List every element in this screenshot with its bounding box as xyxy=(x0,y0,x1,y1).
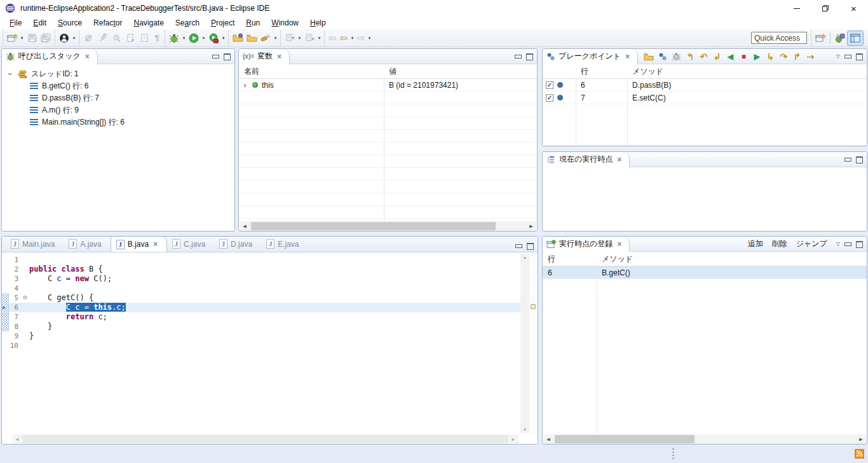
code-line[interactable]: 7 return c; xyxy=(2,312,520,322)
column-method[interactable]: メソッド xyxy=(627,66,867,77)
fold-collapse-icon[interactable]: ⊖ xyxy=(21,293,29,303)
variable-row[interactable]: › this B (id = 2101973421) xyxy=(239,79,537,92)
breakpoints-tab[interactable]: ブレークポイント × xyxy=(543,49,638,64)
code-line[interactable]: 2public class B { xyxy=(2,265,520,274)
scroll-left-icon[interactable]: ◀ xyxy=(12,437,22,442)
step-into-icon[interactable]: ↳ xyxy=(764,50,777,63)
registry-hscrollbar[interactable]: ◀ ▶ xyxy=(543,434,866,444)
menu-window[interactable]: Window xyxy=(266,17,304,29)
debug-trace-button[interactable] xyxy=(670,50,684,64)
editor-tab[interactable]: J Main.java × xyxy=(6,236,64,252)
column-name[interactable]: 名前 xyxy=(239,66,384,77)
menu-edit[interactable]: Edit xyxy=(27,17,52,29)
code-line[interactable]: 9} xyxy=(2,331,520,341)
delete-button[interactable]: 削除 xyxy=(768,238,792,249)
step-return-icon[interactable]: ↱ xyxy=(790,50,804,63)
close-tab-icon[interactable]: × xyxy=(625,52,630,61)
maximize-button[interactable] xyxy=(856,240,863,247)
maximize-button[interactable] xyxy=(856,53,863,60)
close-tab-icon[interactable]: × xyxy=(277,52,281,61)
editor-tab[interactable]: J A.java × xyxy=(64,236,110,252)
scroll-right-icon[interactable]: ▶ xyxy=(526,224,536,229)
column-value[interactable]: 値 xyxy=(384,66,537,77)
last-edit-location-button[interactable]: ⇦ xyxy=(327,31,338,45)
thread-row[interactable]: › スレッドID: 1 xyxy=(2,68,234,80)
line-number[interactable]: 3 xyxy=(9,274,21,284)
previous-annotation-button[interactable] xyxy=(302,31,316,45)
registry-tab[interactable]: 実行時点の登録 × xyxy=(543,237,630,252)
maximize-button[interactable] xyxy=(526,53,533,60)
breakpoint-checkbox[interactable]: ✓ xyxy=(546,81,553,89)
step-back-into-icon[interactable]: ↰ xyxy=(684,50,697,63)
maximize-button[interactable] xyxy=(224,53,231,60)
terminate-icon[interactable]: ■ xyxy=(737,50,750,63)
minimize-button[interactable] xyxy=(844,156,851,163)
user-account-dropdown[interactable]: ▾ xyxy=(71,36,77,41)
previous-annotation-dropdown[interactable]: ▾ xyxy=(316,36,322,41)
column-line[interactable]: 行 xyxy=(576,66,627,77)
stack-frame[interactable]: B.getC() 行: 6 xyxy=(2,80,234,92)
next-annotation-button[interactable] xyxy=(283,31,297,45)
code-line[interactable]: 5⊖ C getC() { xyxy=(2,293,520,303)
code-line[interactable]: 10 xyxy=(2,341,520,350)
show-whitespace-button[interactable]: ¶ xyxy=(151,31,163,45)
code-line[interactable]: 1 xyxy=(2,255,520,265)
back-dropdown[interactable]: ▾ xyxy=(349,36,355,41)
jump-button[interactable]: ジャンプ xyxy=(792,238,832,249)
step-over-icon[interactable]: ↷ xyxy=(777,50,790,63)
import-breakpoints-button[interactable] xyxy=(642,50,656,64)
stack-frame[interactable]: A.m() 行: 9 xyxy=(2,104,234,116)
clear-marks-button[interactable] xyxy=(95,31,109,45)
registry-row[interactable]: 6 B.getC() xyxy=(543,266,867,279)
add-button[interactable]: 追加 xyxy=(743,238,768,249)
editor-tab[interactable]: J D.java × xyxy=(214,236,261,252)
minimize-button[interactable] xyxy=(212,53,219,60)
close-tab-icon[interactable]: × xyxy=(617,155,621,164)
variables-hscrollbar[interactable]: ◀ ▶ xyxy=(240,221,536,231)
forward-button[interactable]: ⇨ xyxy=(355,31,367,45)
line-number[interactable]: 8 xyxy=(9,322,21,331)
breakpoint-checkbox[interactable]: ✓ xyxy=(546,94,553,102)
maximize-button[interactable] xyxy=(856,156,863,163)
menu-help[interactable]: Help xyxy=(304,17,332,29)
column-divider[interactable] xyxy=(597,252,597,434)
editor-tab[interactable]: J C.java × xyxy=(167,236,214,252)
back-button[interactable]: ⇦ xyxy=(338,31,349,45)
run-button[interactable] xyxy=(187,31,201,45)
scroll-track[interactable] xyxy=(250,221,526,231)
user-account-button[interactable] xyxy=(57,31,71,45)
open-resource-button[interactable] xyxy=(245,31,259,45)
debug-dropdown[interactable]: ▾ xyxy=(181,36,187,41)
breakpoint-row[interactable]: ✓ 6 D.passB(B) xyxy=(543,79,867,92)
menu-source[interactable]: Source xyxy=(52,17,88,29)
open-perspective-button[interactable] xyxy=(813,31,827,45)
line-number[interactable]: 10 xyxy=(9,341,21,350)
new-wizard-button[interactable] xyxy=(5,31,19,45)
save-all-button[interactable] xyxy=(39,31,53,45)
scroll-right-icon[interactable]: ▶ xyxy=(508,437,519,442)
menu-run[interactable]: Run xyxy=(240,17,266,29)
stack-frame[interactable]: D.passB(B) 行: 7 xyxy=(2,92,234,104)
current-line-marker[interactable] xyxy=(531,304,536,309)
status-drag-handle[interactable] xyxy=(672,448,674,460)
run-to-line-icon[interactable]: ⇢ xyxy=(804,50,817,63)
close-tab-icon[interactable]: × xyxy=(85,52,90,61)
scroll-right-icon[interactable]: ▶ xyxy=(856,437,866,442)
link-with-editor-button[interactable] xyxy=(123,31,137,45)
step-back-over-icon[interactable]: ↶ xyxy=(697,50,710,63)
window-restore-button[interactable] xyxy=(811,0,839,17)
maximize-button[interactable] xyxy=(527,242,534,249)
window-close-button[interactable]: × xyxy=(839,0,868,17)
search-button[interactable] xyxy=(259,31,273,45)
scroll-left-icon[interactable]: ◀ xyxy=(543,437,553,442)
view-menu-icon[interactable]: ▽ xyxy=(836,53,840,59)
line-number[interactable]: 1 xyxy=(9,255,21,265)
perspective-current-button[interactable] xyxy=(847,31,864,46)
code-line[interactable]: ▶6 C c = this.c; xyxy=(2,303,520,312)
menu-refactor[interactable]: Refactor xyxy=(88,17,128,29)
view-menu-icon[interactable]: ▽ xyxy=(836,241,840,247)
scroll-thumb[interactable] xyxy=(22,435,508,443)
line-number[interactable]: 4 xyxy=(9,284,21,293)
search-dropdown[interactable]: ▾ xyxy=(273,36,278,41)
editor-hscrollbar[interactable]: ◀ ▶ xyxy=(12,434,519,444)
